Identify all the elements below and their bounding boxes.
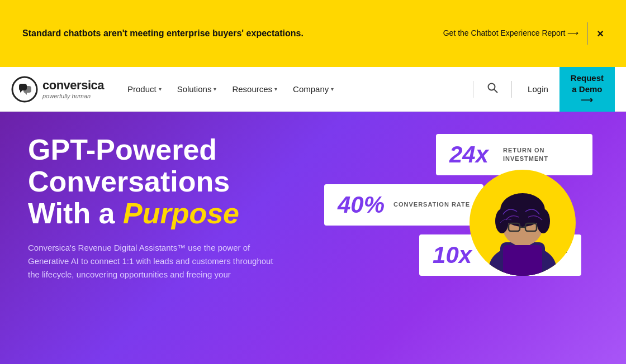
hero-description: Conversica's Revenue Digital Assistants™… bbox=[28, 241, 274, 281]
stat-label-conversation: CONVERSATION RATE bbox=[393, 200, 470, 209]
hero-section: GPT-Powered Conversations With a Purpose… bbox=[0, 112, 626, 364]
banner-cta-line1: Get the bbox=[443, 28, 469, 37]
avatar-circle bbox=[470, 170, 576, 276]
logo-name: conversica bbox=[42, 79, 104, 92]
search-icon bbox=[487, 82, 498, 93]
stat-label-roi: RETURN ONINVESTMENT bbox=[503, 146, 548, 164]
nav-solutions-label: Solutions bbox=[177, 84, 212, 94]
nav-item-company[interactable]: Company ▾ bbox=[286, 80, 340, 98]
banner-divider bbox=[587, 22, 588, 45]
logo-text: conversica powerfully human bbox=[42, 79, 104, 99]
stat-number-roi: 24x bbox=[449, 143, 494, 166]
nav-company-chevron: ▾ bbox=[331, 86, 334, 92]
nav-divider-2 bbox=[511, 81, 512, 98]
banner-text: Standard chatbots aren't meeting enterpr… bbox=[22, 28, 303, 39]
banner-cta[interactable]: Get the Chatbot Experience Report ⟶ bbox=[443, 28, 579, 39]
stat-card-conversation: 40% CONVERSATION RATE bbox=[324, 184, 483, 226]
svg-line-2 bbox=[494, 89, 497, 93]
hero-title-line1: GPT-Powered bbox=[28, 133, 217, 166]
avatar-image bbox=[470, 170, 576, 276]
login-button[interactable]: Login bbox=[521, 82, 555, 96]
avatar-container bbox=[470, 170, 576, 276]
nav-resources-label: Resources bbox=[232, 84, 272, 94]
hero-content: GPT-Powered Conversations With a Purpose… bbox=[28, 134, 313, 281]
banner-close-button[interactable]: × bbox=[597, 27, 604, 40]
nav-actions: Login Requesta Demo⟶ bbox=[468, 67, 615, 112]
top-banner: Standard chatbots aren't meeting enterpr… bbox=[0, 0, 626, 67]
banner-cta-line2: Chatbot bbox=[471, 28, 499, 37]
hero-title-line2: Conversations bbox=[28, 165, 230, 198]
search-button[interactable] bbox=[482, 80, 502, 98]
request-demo-label: Requesta Demo⟶ bbox=[571, 73, 604, 106]
svg-point-9 bbox=[537, 209, 550, 233]
nav-solutions-chevron: ▾ bbox=[214, 86, 216, 92]
svg-rect-13 bbox=[503, 245, 542, 276]
conversica-logo-icon bbox=[11, 76, 38, 103]
nav-item-product[interactable]: Product ▾ bbox=[121, 80, 168, 98]
nav-divider bbox=[473, 81, 473, 98]
navbar: conversica powerfully human Product ▾ So… bbox=[0, 67, 626, 112]
nav-links: Product ▾ Solutions ▾ Resources ▾ Compan… bbox=[121, 80, 468, 98]
nav-item-solutions[interactable]: Solutions ▾ bbox=[170, 80, 224, 98]
logo[interactable]: conversica powerfully human bbox=[11, 76, 104, 103]
banner-cta-line3: Experience bbox=[500, 28, 539, 37]
banner-cta-line4: Report bbox=[542, 28, 565, 37]
nav-product-chevron: ▾ bbox=[159, 86, 162, 92]
logo-tagline: powerfully human bbox=[42, 93, 104, 99]
nav-item-resources[interactable]: Resources ▾ bbox=[225, 80, 284, 98]
hero-title: GPT-Powered Conversations With a Purpose bbox=[28, 134, 313, 230]
nav-company-label: Company bbox=[293, 84, 329, 94]
svg-point-1 bbox=[489, 84, 495, 90]
banner-cta-arrow: ⟶ bbox=[567, 28, 578, 37]
hero-stats: 24x RETURN ONINVESTMENT 40% CONVERSATION… bbox=[313, 134, 598, 276]
nav-resources-chevron: ▾ bbox=[274, 86, 277, 92]
banner-right: Get the Chatbot Experience Report ⟶ × bbox=[443, 22, 604, 45]
stat-number-conversation: 40% bbox=[338, 193, 385, 217]
hero-title-purpose: Purpose bbox=[123, 197, 239, 229]
request-demo-button[interactable]: Requesta Demo⟶ bbox=[559, 67, 615, 112]
hero-title-line3: With a bbox=[28, 197, 123, 229]
nav-product-label: Product bbox=[127, 84, 156, 94]
stat-card-roi: 24x RETURN ONINVESTMENT bbox=[436, 134, 592, 175]
